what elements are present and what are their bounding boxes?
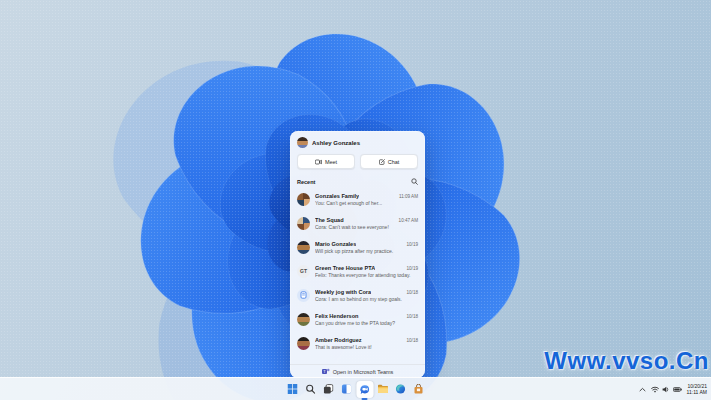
chat-list-item[interactable]: Felix Henderson10/18Can you drive me to …	[290, 307, 425, 331]
conversation-time: 10/18	[407, 338, 419, 343]
conversation-time: 10/18	[407, 314, 419, 319]
conversation-name: Weekly jog with Cora	[315, 289, 371, 295]
avatar	[297, 289, 310, 302]
conversation-preview: Cora: I am so behind on my step goals.	[315, 296, 418, 302]
taskbar-button-store[interactable]	[410, 381, 427, 398]
conversation-name: Felix Henderson	[315, 313, 359, 319]
conversation-preview: Felix: Thanks everyone for attending tod…	[315, 272, 418, 278]
conversation-text: Gonzales Family11:09 AMYou: Can't get en…	[315, 193, 418, 206]
conversation-text: Amber Rodriguez10/18That is awesome! Lov…	[315, 337, 418, 350]
conversation-text: Felix Henderson10/18Can you drive me to …	[315, 313, 418, 326]
search-icon	[306, 384, 316, 394]
task-view-icon	[324, 384, 334, 394]
conversation-time: 11:09 AM	[399, 194, 418, 199]
chat-list-item[interactable]: The Squad10:47 AMCora: Can't wait to see…	[290, 211, 425, 235]
avatar	[297, 217, 310, 230]
taskbar-clock[interactable]: 10/20/21 11:11 AM	[687, 383, 707, 395]
conversation-preview: Can you drive me to the PTA today?	[315, 320, 418, 326]
chat-list-item[interactable]: Amber Rodriguez10/18That is awesome! Lov…	[290, 331, 425, 355]
conversation-preview: You: Can't get enough of her...	[315, 200, 418, 206]
desktop: Www.vvso.Cn Ashley Gonzales Meet Chat Re…	[0, 0, 711, 400]
user-avatar[interactable]	[297, 137, 308, 148]
flyout-actions: Meet Chat	[290, 153, 425, 175]
recent-title: Recent	[297, 179, 315, 185]
conversation-preview: That is awesome! Love it!	[315, 344, 418, 350]
chevron-up-icon[interactable]	[639, 387, 646, 392]
conversation-name: The Squad	[315, 217, 344, 223]
conversation-time: 10/19	[407, 266, 419, 271]
conversation-text: Mario Gonzales10/19Will pick up pizza af…	[315, 241, 418, 254]
clock-time: 11:11 AM	[687, 389, 707, 395]
avatar	[297, 193, 310, 206]
taskbar-button-search[interactable]	[302, 381, 319, 398]
compose-icon	[379, 159, 385, 165]
user-name: Ashley Gonzales	[312, 140, 360, 146]
teams-icon: T	[322, 368, 330, 375]
open-in-teams-label: Open in Microsoft Teams	[333, 369, 394, 375]
taskbar-button-file-explorer[interactable]	[374, 381, 391, 398]
volume-icon	[662, 386, 670, 393]
conversation-preview: Cora: Can't wait to see everyone!	[315, 224, 418, 230]
conversation-name: Green Tree House PTA	[315, 265, 375, 271]
conversation-name: Amber Rodriguez	[315, 337, 362, 343]
watermark-text: Www.vvso.Cn	[544, 347, 709, 375]
taskbar-button-task-view[interactable]	[320, 381, 337, 398]
chat-button-label: Chat	[388, 159, 400, 165]
conversation-text: Weekly jog with Cora10/18Cora: I am so b…	[315, 289, 418, 302]
conversation-name: Mario Gonzales	[315, 241, 356, 247]
battery-icon	[673, 387, 682, 392]
conversation-time: 10:47 AM	[399, 218, 418, 223]
meet-button-label: Meet	[325, 159, 337, 165]
meet-button[interactable]: Meet	[297, 154, 355, 169]
chat-list-item[interactable]: Mario Gonzales10/19Will pick up pizza af…	[290, 235, 425, 259]
conversation-list: Gonzales Family11:09 AMYou: Can't get en…	[290, 187, 425, 364]
conversation-name: Gonzales Family	[315, 193, 359, 199]
video-icon	[315, 159, 322, 165]
tray-status-icons[interactable]	[651, 386, 682, 393]
taskbar-center	[284, 378, 427, 400]
conversation-time: 10/19	[407, 242, 419, 247]
avatar	[297, 313, 310, 326]
conversation-text: Green Tree House PTA10/19Felix: Thanks e…	[315, 265, 418, 278]
chat-button[interactable]: Chat	[360, 154, 418, 169]
widgets-icon	[342, 384, 352, 394]
store-icon	[414, 384, 424, 394]
system-tray: 10/20/21 11:11 AM	[639, 378, 707, 400]
chat-list-item[interactable]: Gonzales Family11:09 AMYou: Can't get en…	[290, 187, 425, 211]
chat-flyout: Ashley Gonzales Meet Chat Recent Gonzale…	[290, 131, 425, 378]
taskbar: 10/20/21 11:11 AM	[0, 377, 711, 400]
taskbar-button-chat[interactable]	[356, 381, 373, 398]
taskbar-button-edge[interactable]	[392, 381, 409, 398]
chat-list-item[interactable]: GTGreen Tree House PTA10/19Felix: Thanks…	[290, 259, 425, 283]
taskbar-button-widgets[interactable]	[338, 381, 355, 398]
conversation-time: 10/18	[407, 290, 419, 295]
chat-icon	[359, 384, 370, 395]
avatar	[297, 337, 310, 350]
wifi-icon	[651, 386, 659, 393]
start-icon	[288, 384, 298, 394]
conversation-text: The Squad10:47 AMCora: Can't wait to see…	[315, 217, 418, 230]
avatar: GT	[297, 265, 310, 278]
edge-icon	[396, 384, 406, 394]
avatar	[297, 137, 308, 148]
file-explorer-icon	[377, 384, 388, 394]
search-icon[interactable]	[411, 178, 418, 185]
chat-list-item[interactable]: Weekly jog with Cora10/18Cora: I am so b…	[290, 283, 425, 307]
taskbar-button-start[interactable]	[284, 381, 301, 398]
flyout-header: Ashley Gonzales	[290, 131, 425, 153]
conversation-preview: Will pick up pizza after my practice.	[315, 248, 418, 254]
recent-section-header: Recent	[290, 175, 425, 187]
open-in-teams-button[interactable]: T Open in Microsoft Teams	[290, 364, 425, 378]
avatar	[297, 241, 310, 254]
